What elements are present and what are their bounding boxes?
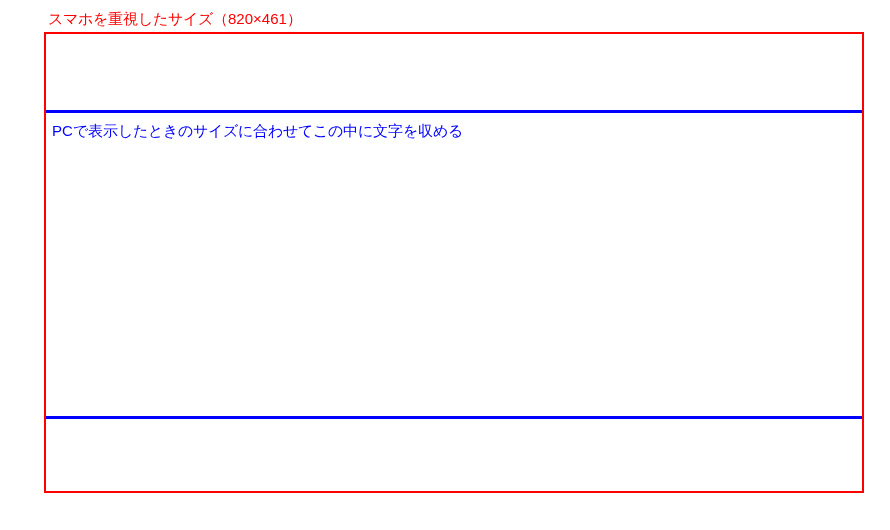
inner-safe-area-bottom-border	[46, 416, 862, 419]
inner-safe-area-top-border	[46, 110, 862, 113]
inner-safe-area-label: PCで表示したときのサイズに合わせてこの中に文字を収める	[52, 122, 463, 141]
outer-box-label: スマホを重視したサイズ（820×461）	[48, 10, 302, 29]
outer-box-smartphone-size: PCで表示したときのサイズに合わせてこの中に文字を収める	[44, 32, 864, 493]
